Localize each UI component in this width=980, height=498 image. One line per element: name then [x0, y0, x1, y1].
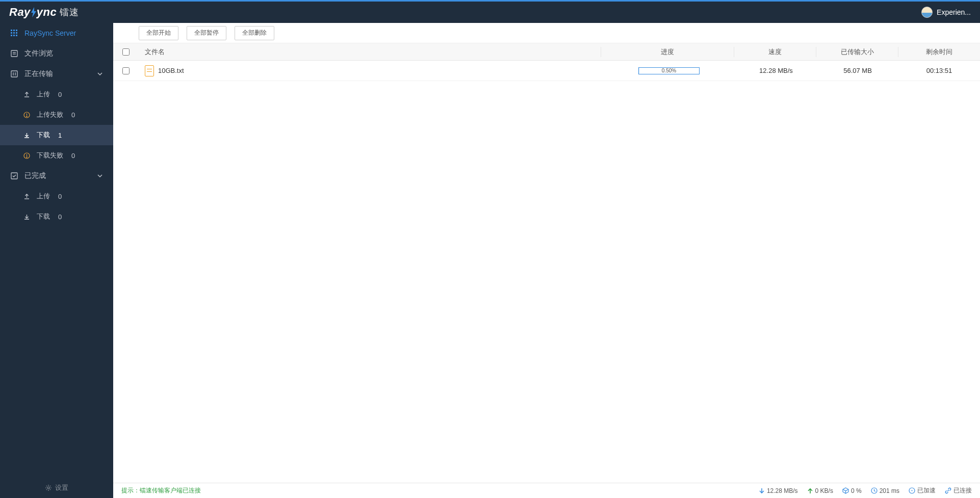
- hint-text: 镭速传输客户端已连接: [140, 487, 201, 494]
- count-badge: 0: [71, 152, 75, 160]
- header: Ray ync 镭速 Experien...: [0, 2, 980, 23]
- status-hint: 提示：镭速传输客户端已连接: [121, 486, 201, 495]
- sidebar-item-server[interactable]: RaySync Server: [0, 23, 113, 43]
- sidebar-label-server: RaySync Server: [24, 29, 76, 37]
- download-icon: [22, 214, 31, 220]
- row-checkbox[interactable]: [122, 67, 130, 74]
- avatar-icon: [921, 7, 933, 18]
- sidebar-sub-label: 上传: [37, 192, 50, 201]
- sidebar-settings[interactable]: 设置: [0, 478, 113, 498]
- down-speed: 12.28 MB/s: [767, 487, 798, 494]
- user-name: Experien...: [937, 8, 971, 16]
- toolbar: 全部开始 全部暂停 全部删除: [113, 23, 980, 43]
- svg-rect-7: [13, 35, 15, 36]
- main-panel: 全部开始 全部暂停 全部删除 文件名 进度 速度 已传输大小 剩余时间: [113, 23, 980, 498]
- upload-icon: [22, 193, 31, 200]
- user-menu[interactable]: Experien...: [921, 7, 971, 18]
- sidebar-sub-upload[interactable]: 上传 0: [0, 84, 113, 104]
- cube-icon: [842, 487, 849, 494]
- hint-label: 提示：: [121, 487, 140, 494]
- file-name: 10GB.txt: [158, 67, 184, 74]
- sidebar-sub-label: 下载失败: [37, 151, 63, 160]
- svg-rect-6: [11, 35, 12, 36]
- transfer-icon: [10, 70, 18, 77]
- sidebar-label-browse: 文件浏览: [24, 49, 53, 58]
- progress-bar: 0.50%: [638, 67, 700, 74]
- delete-all-button[interactable]: 全部删除: [235, 26, 274, 40]
- warning-icon: [22, 112, 31, 118]
- pause-all-button[interactable]: 全部暂停: [187, 26, 226, 40]
- start-all-button[interactable]: 全部开始: [139, 26, 178, 40]
- stat-accel: 已加速: [909, 486, 936, 495]
- table-body: 10GB.txt 0.50% 12.28 MB/s 56.07 MB 00:13…: [113, 61, 980, 81]
- download-icon: [22, 132, 31, 139]
- warning-icon: [22, 152, 31, 159]
- svg-rect-21: [11, 173, 17, 179]
- svg-rect-9: [11, 50, 17, 57]
- cell-speed: 12.28 MB/s: [735, 67, 817, 74]
- sidebar-sub-download-fail[interactable]: 下载失败 0: [0, 145, 113, 166]
- conn-text: 已连接: [953, 486, 972, 495]
- sidebar-sub-download[interactable]: 下载 1: [0, 125, 113, 145]
- logo-part2: ync: [37, 6, 57, 19]
- upload-icon: [22, 91, 31, 98]
- bolt-circle-icon: [909, 487, 915, 494]
- chevron-down-icon: [97, 173, 103, 179]
- svg-point-20: [26, 156, 27, 157]
- link-icon: [945, 487, 951, 494]
- stat-latency: 201 ms: [871, 487, 899, 494]
- file-icon: [145, 65, 154, 76]
- app-logo: Ray ync 镭速: [9, 6, 79, 19]
- cell-size: 56.07 MB: [817, 67, 898, 74]
- sidebar-label-transferring: 正在传输: [24, 69, 53, 78]
- count-badge: 0: [58, 193, 62, 200]
- svg-rect-4: [13, 32, 15, 34]
- arrow-up-icon: [807, 488, 813, 494]
- stat-conn: 已连接: [945, 486, 972, 495]
- svg-rect-8: [16, 35, 17, 36]
- server-grid-icon: [10, 30, 18, 37]
- sidebar-sub-done-upload[interactable]: 上传 0: [0, 186, 113, 206]
- stat-up: 0 KB/s: [807, 487, 833, 494]
- browse-icon: [10, 50, 18, 57]
- loss-text: 0 %: [851, 487, 862, 494]
- sidebar-sub-done-download[interactable]: 下载 0: [0, 206, 113, 227]
- sidebar-label-done: 已完成: [24, 171, 46, 180]
- count-badge: 0: [71, 111, 75, 119]
- settings-label: 设置: [55, 483, 68, 492]
- svg-rect-5: [16, 32, 17, 34]
- empty-space: [113, 81, 980, 483]
- accel-text: 已加速: [917, 486, 936, 495]
- header-size: 已传输大小: [816, 47, 898, 57]
- header-speed: 速度: [734, 47, 816, 57]
- header-name: 文件名: [139, 47, 601, 57]
- count-badge: 0: [58, 213, 62, 221]
- chevron-down-icon: [97, 71, 103, 77]
- count-badge: 0: [58, 91, 62, 98]
- logo-text: Ray ync 镭速: [9, 6, 79, 19]
- cell-time: 00:13:51: [898, 67, 980, 74]
- sidebar-item-transferring[interactable]: 正在传输: [0, 64, 113, 84]
- table-row[interactable]: 10GB.txt 0.50% 12.28 MB/s 56.07 MB 00:13…: [113, 61, 980, 81]
- header-progress: 进度: [601, 47, 734, 57]
- svg-point-22: [47, 487, 49, 489]
- count-badge: 1: [58, 132, 62, 139]
- stat-loss: 0 %: [842, 487, 862, 494]
- sidebar-item-done[interactable]: 已完成: [0, 166, 113, 186]
- svg-rect-2: [16, 30, 17, 31]
- sidebar-sub-label: 上传: [37, 90, 50, 99]
- select-all-checkbox[interactable]: [122, 48, 130, 56]
- sidebar-item-browse[interactable]: 文件浏览: [0, 43, 113, 64]
- svg-rect-3: [11, 32, 12, 34]
- gear-icon: [45, 484, 52, 491]
- stat-down: 12.28 MB/s: [759, 487, 798, 494]
- sidebar-sub-label: 下载: [37, 212, 50, 221]
- clock-icon: [871, 487, 878, 494]
- sidebar-sub-upload-fail[interactable]: 上传失败 0: [0, 104, 113, 125]
- logo-part1: Ray: [9, 6, 31, 19]
- arrow-down-icon: [759, 488, 765, 494]
- logo-cn: 镭速: [60, 6, 79, 18]
- table-header: 文件名 进度 速度 已传输大小 剩余时间: [113, 43, 980, 61]
- up-speed: 0 KB/s: [815, 487, 833, 494]
- header-time: 剩余时间: [898, 47, 980, 57]
